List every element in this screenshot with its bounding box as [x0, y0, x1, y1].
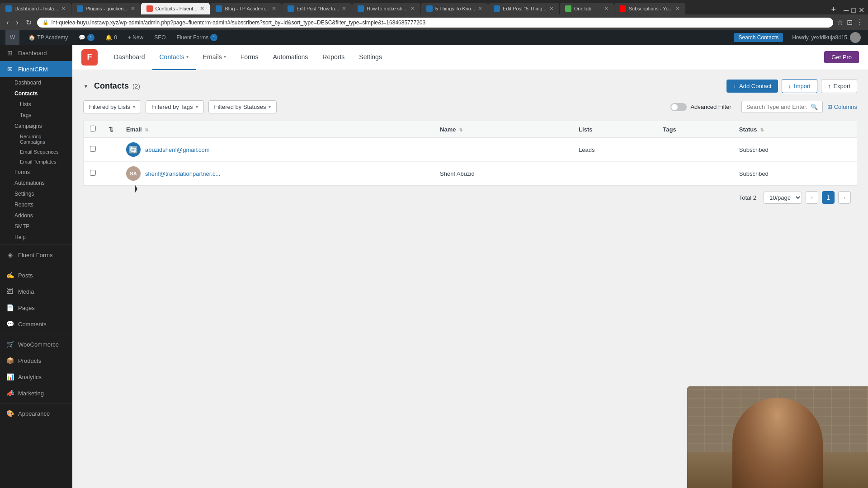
search-box[interactable]: 🔍 — [741, 101, 823, 113]
row-checkbox[interactable] — [90, 146, 96, 152]
sidebar-sub-smtp[interactable]: SMTP — [0, 221, 72, 232]
bookmark-icon[interactable]: ☆ — [837, 18, 843, 27]
sidebar-sub-forms[interactable]: Forms — [0, 167, 72, 178]
sidebar-sub-reports[interactable]: Reports — [0, 199, 72, 210]
browser-tab-tab10[interactable]: Subscriptions - Yo... ✕ — [614, 3, 685, 14]
forward-button[interactable]: › — [14, 18, 20, 28]
filter-by-lists-button[interactable]: Filtered by Lists ▾ — [83, 100, 141, 113]
sidebar-item-woocommerce[interactable]: 🛒 WooCommerce — [0, 336, 72, 352]
per-page-select[interactable]: 10/page 25/page 50/page — [764, 192, 802, 204]
email-link[interactable]: abuzidsherif@gmail.com — [145, 146, 210, 153]
browser-tab-tab7[interactable]: 5 Things To Kno... ✕ — [421, 3, 488, 14]
fcrm-nav-settings[interactable]: Settings — [352, 45, 389, 70]
tab-close-icon[interactable]: ✕ — [604, 5, 609, 12]
tab-close-icon[interactable]: ✕ — [272, 5, 276, 12]
browser-tab-tab5[interactable]: Edit Post "How to... ✕ — [282, 3, 352, 14]
add-contact-button[interactable]: + Add Contact — [726, 80, 778, 93]
search-input[interactable] — [746, 103, 808, 110]
address-bar[interactable]: 🔒 int-quelea-huyu.instawp.xyz/wp-admin/a… — [37, 18, 833, 28]
new-tab-button[interactable]: + — [827, 5, 840, 14]
email-link[interactable]: sherif@translationpartner.c... — [145, 170, 220, 177]
sidebar-item-fluent-forms[interactable]: ◈ Fluent Forms — [0, 247, 72, 263]
tab-close-icon[interactable]: ✕ — [410, 5, 415, 12]
browser-tab-tab4[interactable]: Blog - TP Academ... ✕ — [210, 3, 281, 14]
user-menu[interactable]: Howdy, yexidikuja8415 — [790, 30, 863, 45]
browser-tab-tab3[interactable]: Contacts - Fluent... ✕ — [141, 3, 210, 14]
fcrm-nav-dashboard[interactable]: Dashboard — [107, 45, 152, 70]
pending-count[interactable]: 🔔0 — [104, 30, 119, 45]
browser-tab-tab8[interactable]: Edit Post "5 Thing... ✕ — [488, 3, 559, 14]
back-button[interactable]: ‹ — [5, 18, 10, 28]
restore-icon[interactable]: □ — [851, 6, 856, 14]
tab-close-icon[interactable]: ✕ — [549, 5, 554, 12]
sidebar-sub-campaigns[interactable]: Campaigns — [0, 121, 72, 131]
next-page-button[interactable]: › — [838, 191, 851, 204]
filter-by-statuses-button[interactable]: Filtered by Statuses ▾ — [208, 100, 277, 113]
sidebar-sub-email-sequences[interactable]: Email Sequences — [0, 147, 72, 157]
get-pro-button[interactable]: Get Pro — [824, 51, 859, 63]
select-all-checkbox[interactable] — [90, 126, 96, 131]
sidebar-sub-email-templates[interactable]: Email Templates — [0, 157, 72, 167]
sidebar-item-dashboard[interactable]: ⊞ Dashboard — [0, 45, 72, 61]
sidebar-item-products[interactable]: 📦 Products — [0, 352, 72, 369]
close-icon[interactable]: ✕ — [859, 6, 864, 14]
export-button[interactable]: ↑ Export — [821, 79, 857, 93]
browser-tab-tab6[interactable]: How to make shi... ✕ — [352, 3, 420, 14]
fcrm-nav-reports[interactable]: Reports — [315, 45, 352, 70]
collapse-arrow[interactable]: ▼ — [83, 83, 89, 89]
tab-close-icon[interactable]: ✕ — [61, 5, 66, 12]
advanced-filter-toggle[interactable] — [670, 103, 687, 111]
sidebar-sub-fcrm-dashboard[interactable]: Dashboard — [0, 77, 72, 88]
table-row[interactable]: 🔄 abuzidsherif@gmail.com Leads Subscribe… — [84, 138, 857, 162]
fcrm-nav-emails[interactable]: Emails ▾ — [196, 45, 233, 70]
browser-tab-tab1[interactable]: Dashboard - Insta... ✕ — [0, 3, 71, 14]
site-name[interactable]: 🏠 TP Academy — [27, 30, 70, 45]
sidebar-item-posts[interactable]: ✍ Posts — [0, 267, 72, 283]
fcrm-nav-automations[interactable]: Automations — [265, 45, 315, 70]
th-name[interactable]: Name ⇅ — [434, 121, 572, 138]
import-button[interactable]: ↓ Import — [782, 79, 817, 93]
sidebar-item-fluentcrm[interactable]: ✉ FluentCRM — [0, 61, 72, 77]
sidebar-sub-contacts[interactable]: Contacts — [0, 88, 72, 99]
current-page-button[interactable]: 1 — [822, 191, 835, 204]
menu-icon[interactable]: ⋮ — [856, 18, 863, 27]
search-contacts-button[interactable]: Search Contacts — [734, 33, 783, 42]
fcrm-nav-contacts[interactable]: Contacts ▾ — [152, 45, 196, 70]
sidebar-sub-automations[interactable]: Automations — [0, 178, 72, 188]
fcrm-nav-forms[interactable]: Forms — [233, 45, 266, 70]
tab-close-icon[interactable]: ✕ — [200, 5, 204, 12]
tab-close-icon[interactable]: ✕ — [478, 5, 482, 12]
tab-close-icon[interactable]: ✕ — [675, 5, 680, 12]
fluent-forms-item[interactable]: Fluent Forms 1 — [175, 30, 220, 45]
prev-page-button[interactable]: ‹ — [806, 191, 818, 204]
sidebar-item-analytics[interactable]: 📊 Analytics — [0, 369, 72, 385]
extensions-icon[interactable]: ⊡ — [847, 18, 853, 27]
sidebar-item-media[interactable]: 🖼 Media — [0, 283, 72, 300]
sidebar-item-comments[interactable]: 💬 Comments — [0, 316, 72, 332]
th-status[interactable]: Status ⇅ — [733, 121, 857, 138]
columns-button[interactable]: ⊞ Columns — [827, 103, 857, 110]
sidebar-item-appearance[interactable]: 🎨 Appearance — [0, 405, 72, 422]
tab-close-icon[interactable]: ✕ — [342, 5, 346, 12]
sidebar-sub-tags[interactable]: Tags — [0, 110, 72, 121]
sidebar-sub-addons[interactable]: Addons — [0, 210, 72, 221]
filter-by-tags-button[interactable]: Filtered by Tags ▾ — [146, 100, 204, 113]
sidebar-sub-help[interactable]: Help — [0, 232, 72, 243]
row-checkbox[interactable] — [90, 170, 96, 176]
sidebar-item-pages[interactable]: 📄 Pages — [0, 300, 72, 316]
comments-count[interactable]: 💬1 — [77, 30, 96, 45]
th-sort-icon[interactable]: ⇅ — [102, 121, 120, 138]
table-row[interactable]: SA sherif@translationpartner.c... Sherif… — [84, 162, 857, 186]
minimize-icon[interactable]: ─ — [844, 6, 849, 14]
seo-item[interactable]: SEO — [152, 30, 167, 45]
new-item-button[interactable]: + New — [126, 30, 145, 45]
sidebar-item-marketing[interactable]: 📣 Marketing — [0, 385, 72, 401]
tab-close-icon[interactable]: ✕ — [131, 5, 135, 12]
reload-button[interactable]: ↻ — [24, 17, 33, 28]
sidebar-sub-settings[interactable]: Settings — [0, 188, 72, 199]
browser-tab-tab9[interactable]: OneTab ✕ — [560, 3, 614, 14]
sidebar-sub-recurring-campaigns[interactable]: Recurring Campaigns — [0, 131, 72, 147]
browser-tab-tab2[interactable]: Plugins - quicken... ✕ — [71, 3, 141, 14]
th-email[interactable]: Email ⇅ — [120, 121, 434, 138]
sidebar-sub-lists[interactable]: Lists — [0, 99, 72, 110]
